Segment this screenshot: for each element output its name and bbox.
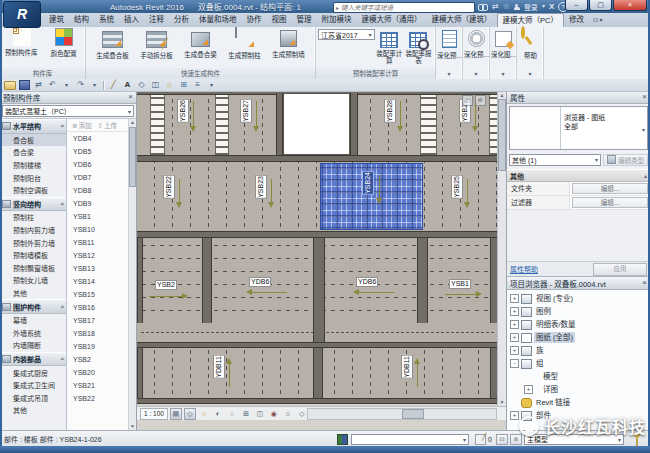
library-item[interactable]: YSB22	[67, 392, 128, 405]
wall-horizontal[interactable]	[137, 155, 498, 162]
tree-node[interactable]: 模型	[510, 370, 650, 383]
property-edit-button[interactable]: 编辑...	[572, 197, 648, 208]
reveal-hidden-icon[interactable]	[268, 408, 280, 420]
tree-expander-icon[interactable]: +	[510, 333, 519, 342]
scrollbar-thumb[interactable]	[129, 127, 136, 187]
ribbon-tab[interactable]: 结构	[69, 13, 94, 27]
tree-expander-icon[interactable]: +	[510, 294, 519, 303]
ribbon-tab[interactable]: 建模大师（建筑）	[427, 13, 497, 27]
library-item[interactable]: YSB10	[67, 223, 128, 236]
panel-flyout-arrow-icon[interactable]	[436, 69, 462, 78]
minimize-button[interactable]: –	[565, 0, 588, 11]
category-row[interactable]: 水平结构	[0, 119, 66, 134]
type-selector[interactable]: 浏览器 - 图纸 全部	[509, 106, 648, 150]
slab-tag[interactable]: YDB6	[249, 277, 271, 287]
slab-tag[interactable]: YSB28	[384, 99, 396, 123]
scroll-down-icon[interactable]: ▼	[129, 423, 136, 430]
close-button[interactable]: ×	[613, 0, 647, 11]
tree-node[interactable]: + 明细表/数量	[510, 318, 650, 331]
tree-node[interactable]: + 图纸 (全部)	[510, 331, 650, 344]
slab-tag[interactable]: YDB11	[213, 355, 225, 379]
help-search-box[interactable]	[333, 2, 475, 13]
library-item[interactable]: YSB2	[67, 353, 128, 366]
slab-tag[interactable]: YSB23	[255, 175, 267, 199]
thin-lines-icon[interactable]	[178, 80, 189, 90]
panel-flyout-arrow-icon[interactable]	[490, 69, 516, 78]
slab-tag[interactable]: YSB27	[240, 99, 252, 123]
category-row[interactable]: 集成式厨房	[0, 366, 66, 379]
category-row[interactable]: 预制女儿墙	[0, 274, 66, 287]
wall-horizontal[interactable]	[137, 231, 498, 238]
maximize-button[interactable]: ▢	[589, 0, 612, 11]
category-row[interactable]: 叠合板	[0, 134, 66, 147]
library-item[interactable]: YDB8	[67, 184, 128, 197]
tree-node[interactable]: + 视图 (专业)	[510, 292, 650, 305]
collapse-icon[interactable]	[61, 304, 64, 310]
wall-bottom[interactable]	[137, 398, 498, 404]
text-icon[interactable]	[122, 80, 133, 90]
properties-header[interactable]: 属性 ×	[507, 91, 650, 104]
category-row[interactable]: 预制柱	[0, 211, 66, 224]
project-browser-header[interactable]: 项目浏览器 - 双叠板.0004.rvt ×	[507, 277, 650, 290]
deepen-rebar-button[interactable]: 深化预...	[463, 28, 490, 68]
save-icon[interactable]	[19, 80, 30, 90]
wall-opening-right[interactable]	[350, 93, 358, 155]
category-row[interactable]: 其他	[0, 287, 66, 300]
library-item[interactable]: YSB15	[67, 288, 128, 301]
application-menu-button[interactable]: R	[3, 1, 41, 28]
search-icon[interactable]	[478, 4, 488, 10]
precast-library-button[interactable]: 预制构件库	[0, 28, 43, 68]
wall-vertical[interactable]	[313, 238, 325, 323]
ribbon-tab[interactable]: 附加模块	[317, 13, 357, 27]
tree-expander-icon[interactable]: +	[510, 320, 519, 329]
exchange-apps-icon[interactable]: X	[549, 2, 554, 11]
region-standard-combo[interactable]: 江苏省2017	[318, 29, 375, 40]
render-icon[interactable]	[164, 80, 175, 90]
category-row[interactable]: 预制阳台	[0, 171, 66, 184]
ribbon-tab[interactable]: 建筑	[44, 13, 69, 27]
collapse-icon[interactable]	[61, 201, 64, 207]
close-icon[interactable]: ×	[642, 92, 647, 102]
scrollbar-thumb[interactable]	[498, 99, 506, 171]
library-item[interactable]: YDB4	[67, 132, 128, 145]
editing-requests-icon[interactable]	[475, 434, 486, 445]
category-row[interactable]: 内装部品	[0, 352, 66, 367]
subscription-icon[interactable]: ⇄	[492, 1, 499, 12]
ribbon-tab[interactable]: 建模大师（PC）	[497, 13, 564, 27]
view-scale[interactable]: 1 : 100	[140, 408, 168, 420]
wall-vertical[interactable]	[137, 238, 143, 323]
manual-split-slab-button[interactable]: 手动拆分板	[135, 28, 179, 68]
category-row[interactable]: 内墙隔断	[0, 339, 66, 352]
library-item[interactable]: YSB20	[67, 366, 128, 379]
tree-expander-icon[interactable]: +	[524, 385, 533, 394]
default-3d-view-icon[interactable]	[136, 80, 147, 90]
redo-dropdown-icon[interactable]	[89, 80, 100, 90]
scroll-up-icon[interactable]: ▲	[129, 119, 136, 126]
ribbon-tab[interactable]: 视图	[267, 13, 292, 27]
slab-tag[interactable]: YDB6	[356, 277, 378, 287]
ribbon-tab[interactable]: 注释	[144, 13, 169, 27]
assembly-rate-report-button[interactable]: 装配率报表	[404, 29, 433, 69]
qat-dropdown-icon[interactable]	[206, 80, 217, 90]
visual-style-icon[interactable]	[184, 408, 196, 420]
ribbon-tab[interactable]: 系统	[94, 13, 119, 27]
library-type-combo[interactable]: 装配式混凝土（PC）	[2, 105, 134, 117]
plan-view-canvas[interactable]: YSB26 YSB27 YSB28 YSB29 YSB22 YSB23 YSB2…	[137, 91, 498, 406]
generate-composite-beam-button[interactable]: 生成叠合梁	[179, 28, 223, 68]
chevron-down-icon[interactable]	[642, 125, 645, 134]
section-icon[interactable]	[150, 80, 161, 90]
assembly-rate-calc-button[interactable]: 装配率计算	[375, 29, 404, 69]
add-item-button[interactable]: 添加	[72, 120, 91, 130]
tree-expander-icon[interactable]: +	[510, 307, 519, 316]
design-options-icon[interactable]: ⊡	[496, 434, 508, 445]
library-item[interactable]: YSB21	[67, 379, 128, 392]
deepen-drawing-button[interactable]: 深化图...	[490, 28, 517, 68]
library-item[interactable]: YSB17	[67, 314, 128, 327]
panel-flyout-arrow-icon[interactable]	[517, 69, 543, 78]
color-config-button[interactable]: 颜色配置	[43, 28, 86, 68]
floor-opening[interactable]	[283, 93, 350, 155]
temporary-hide-icon[interactable]	[226, 408, 238, 420]
category-row[interactable]: 预制外剪力墙	[0, 236, 66, 249]
library-item[interactable]: YSB1	[67, 210, 128, 223]
undo-icon[interactable]	[47, 80, 58, 90]
